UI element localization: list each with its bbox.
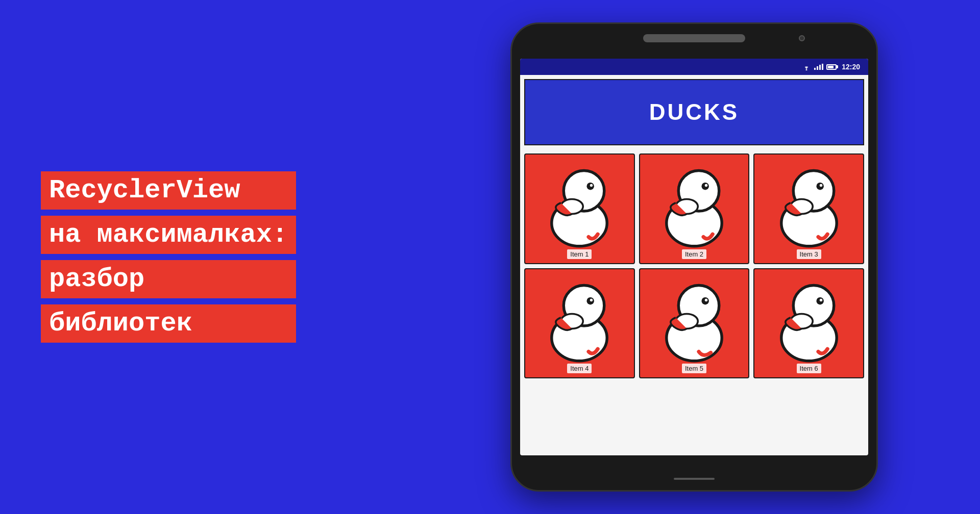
svg-point-15 (819, 184, 822, 187)
wifi-icon (802, 63, 811, 70)
item-label: Item 4 (567, 364, 592, 373)
item-label: Item 6 (797, 364, 821, 373)
text-line-1: RecyclerView (41, 171, 296, 210)
text-line-4: библиотек (41, 304, 296, 343)
phone-home-indicator (674, 478, 715, 480)
phone-camera (799, 35, 805, 41)
item-label: Item 3 (797, 249, 821, 259)
text-line-2: на максималках: (41, 216, 296, 254)
item-label: Item 1 (567, 249, 592, 259)
duck-image (533, 273, 626, 366)
signal-icon (814, 64, 823, 70)
svg-point-10 (705, 184, 707, 187)
duck-image (648, 273, 741, 366)
status-time: 12:20 (842, 63, 860, 71)
duck-image (648, 159, 741, 251)
list-item[interactable]: Item 6 (753, 268, 864, 379)
list-item[interactable]: Item 3 (753, 153, 864, 264)
app-header: DUCKS (524, 79, 864, 145)
app-title: DUCKS (649, 99, 739, 125)
left-content-block: RecyclerView на максималках: разбор библ… (41, 171, 296, 343)
item-label: Item 5 (682, 364, 706, 373)
list-item[interactable]: Item 4 (524, 268, 635, 379)
list-item[interactable]: Item 2 (639, 153, 750, 264)
svg-point-25 (705, 298, 707, 301)
phone-speaker (643, 34, 745, 42)
phone-screen: 12:20 DUCKS (520, 59, 868, 455)
svg-point-0 (806, 69, 807, 71)
text-line-3: разбор (41, 260, 296, 298)
svg-point-20 (590, 298, 593, 301)
phone-mockup: 12:20 DUCKS (510, 22, 878, 492)
list-item[interactable]: Item 5 (639, 268, 750, 379)
item-label: Item 2 (682, 249, 706, 259)
battery-icon (826, 64, 837, 70)
duck-image (533, 159, 626, 251)
items-grid: Item 1 Item 2 (520, 149, 868, 382)
svg-point-30 (819, 298, 822, 301)
list-item[interactable]: Item 1 (524, 153, 635, 264)
phone-body: 12:20 DUCKS (510, 22, 878, 492)
svg-point-5 (590, 184, 593, 187)
duck-image (763, 159, 855, 251)
duck-image (763, 273, 855, 366)
status-icons: 12:20 (802, 63, 860, 71)
status-bar: 12:20 (520, 59, 868, 75)
